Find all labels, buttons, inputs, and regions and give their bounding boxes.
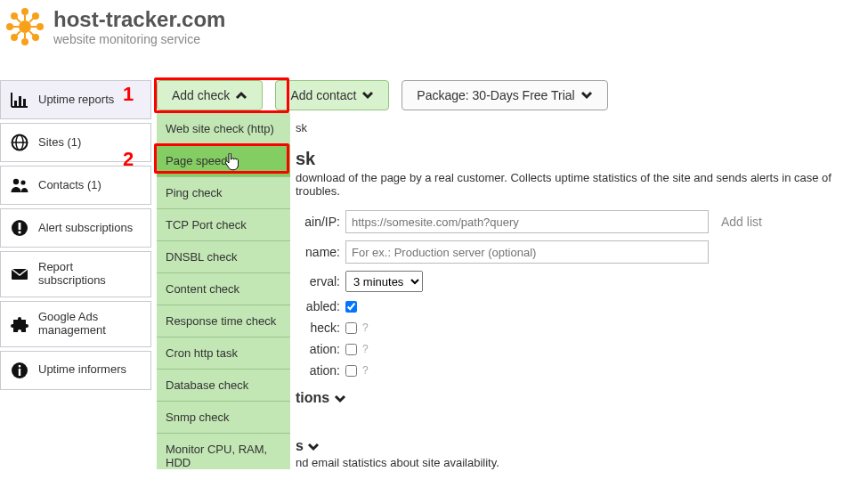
svg-point-24: [20, 180, 25, 184]
sidebar-item-google-ads[interactable]: Google Ads management: [0, 301, 151, 347]
chevron-down-icon: [361, 91, 374, 100]
interval-select[interactable]: 3 minutes: [345, 271, 423, 292]
check-label: heck:: [296, 321, 345, 335]
svg-rect-27: [19, 232, 21, 234]
svg-point-23: [13, 179, 19, 184]
interval-label: erval:: [296, 274, 345, 289]
svg-line-16: [29, 19, 34, 23]
dropdown-item-cron[interactable]: Cron http task: [157, 337, 290, 370]
svg-point-0: [19, 20, 31, 33]
question-icon[interactable]: ?: [362, 321, 369, 334]
dropdown-item-dnsbl[interactable]: DNSBL check: [157, 241, 290, 273]
header: host-tracker.com website monitoring serv…: [0, 0, 868, 55]
section-1-header[interactable]: tions: [296, 390, 868, 406]
add-list-link[interactable]: Add list: [721, 215, 762, 229]
ration2-checkbox[interactable]: [345, 365, 357, 377]
site-subtitle: website monitoring service: [53, 32, 225, 46]
section-2-desc: nd email statistics about site availabil…: [296, 456, 868, 469]
domain-label: ain/IP:: [296, 215, 345, 229]
sidebar: Uptime reports Sites (1) Contacts (1) Al…: [0, 80, 151, 469]
sidebar-item-label: Alert subscriptions: [38, 222, 133, 235]
svg-line-14: [29, 31, 34, 36]
sidebar-item-label: Report subscriptions: [38, 261, 142, 288]
dropdown-item-response-time[interactable]: Response time check: [157, 305, 290, 337]
chevron-down-icon: [307, 443, 320, 451]
svg-rect-17: [14, 101, 17, 107]
dropdown-item-tcp-port[interactable]: TCP Port check: [157, 209, 290, 241]
dropdown-item-database[interactable]: Database check: [157, 370, 290, 402]
svg-point-1: [21, 8, 28, 15]
sidebar-item-label: Uptime informers: [38, 363, 126, 377]
enabled-checkbox[interactable]: [345, 301, 357, 313]
task-description: download of the page by a real customer.…: [296, 171, 868, 198]
domain-input[interactable]: [345, 210, 709, 233]
svg-point-2: [21, 38, 28, 45]
button-label: Package: 30-Days Free Trial: [417, 88, 574, 102]
check-checkbox[interactable]: [345, 322, 357, 334]
users-icon: [10, 175, 29, 195]
task-content: sk sk download of the page by a real cus…: [290, 110, 868, 469]
name-input[interactable]: [345, 240, 709, 264]
sidebar-item-alert-subscriptions[interactable]: Alert subscriptions: [0, 208, 151, 248]
alert-icon: [10, 218, 29, 238]
info-icon: [10, 361, 29, 380]
site-title: host-tracker.com: [53, 7, 225, 32]
package-button[interactable]: Package: 30-Days Free Trial: [402, 80, 607, 110]
annotation-box-1: [154, 77, 289, 113]
dropdown-item-ping[interactable]: Ping check: [157, 177, 290, 209]
dropdown-item-content[interactable]: Content check: [157, 273, 290, 305]
dropdown-item-http[interactable]: Web site check (http): [157, 113, 290, 145]
ration1-label: ation:: [296, 342, 345, 356]
svg-line-15: [17, 31, 21, 36]
sidebar-item-label: Sites (1): [38, 136, 81, 150]
chart-bar-icon: [10, 90, 29, 110]
svg-rect-19: [23, 99, 26, 107]
sidebar-item-label: Contacts (1): [38, 179, 101, 192]
question-icon[interactable]: ?: [362, 343, 369, 355]
question-icon[interactable]: ?: [362, 364, 369, 377]
globe-icon: [10, 133, 29, 152]
svg-rect-26: [19, 223, 21, 230]
task-title: sk: [296, 149, 868, 169]
chevron-down-icon: [334, 394, 346, 403]
add-contact-button[interactable]: Add contact: [275, 80, 389, 110]
dropdown-item-snmp[interactable]: Snmp check: [157, 402, 290, 434]
annotation-2: 2: [123, 148, 134, 171]
svg-rect-18: [19, 96, 21, 107]
puzzle-icon: [10, 314, 29, 334]
annotation-box-2: [154, 143, 289, 174]
svg-point-3: [6, 23, 13, 30]
svg-rect-31: [19, 365, 20, 367]
envelope-icon: [10, 264, 29, 284]
section-2-header[interactable]: s: [296, 438, 868, 454]
chevron-down-icon: [580, 91, 593, 100]
sidebar-item-label: Uptime reports: [38, 93, 114, 107]
svg-rect-30: [19, 369, 20, 376]
sidebar-item-label: Google Ads management: [38, 311, 142, 337]
dropdown-item-monitor[interactable]: Monitor CPU, RAM, HDD: [157, 434, 290, 469]
svg-line-13: [17, 19, 21, 23]
ration2-label: ation:: [296, 363, 345, 378]
enabled-label: abled:: [296, 299, 345, 313]
sidebar-item-uptime-informers[interactable]: Uptime informers: [0, 351, 151, 390]
main-column: 1 2 Add check Add contact Package: 30-Da…: [151, 80, 868, 469]
ration1-checkbox[interactable]: [345, 344, 357, 355]
svg-point-4: [37, 23, 44, 30]
annotation-1: 1: [123, 83, 134, 106]
sidebar-item-contacts[interactable]: Contacts (1): [0, 166, 151, 205]
logo-icon: [4, 5, 46, 48]
sidebar-item-report-subscriptions[interactable]: Report subscriptions: [0, 251, 151, 297]
name-label: name:: [296, 245, 345, 259]
button-label: Add contact: [290, 88, 356, 102]
task-peek: sk: [296, 121, 868, 134]
